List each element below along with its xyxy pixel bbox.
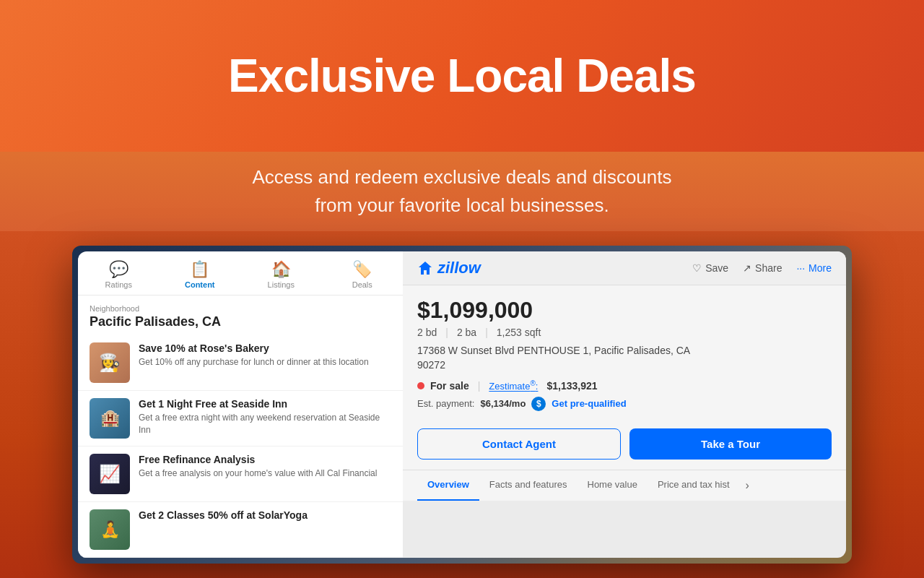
tab-listings-label: Listings <box>268 280 295 289</box>
tab-deals[interactable]: 🏷️ Deals <box>322 257 404 295</box>
nav-tab-home-value-label: Home value <box>588 479 637 490</box>
status-dot <box>417 382 424 389</box>
deal-info-2: Free Refinance Analysis Get a free analy… <box>139 454 391 480</box>
address-line2: 90272 <box>417 359 445 371</box>
spec-divider-1: | <box>445 327 448 338</box>
take-tour-button[interactable]: Take a Tour <box>629 428 832 460</box>
share-icon: ↗ <box>743 262 751 274</box>
zillow-logo-text: zillow <box>437 259 481 277</box>
left-app-panel: 💬 Ratings 📋 Content 🏠 Listings 🏷️ Deals <box>78 251 403 558</box>
property-price: $1,099,000 <box>417 297 832 324</box>
tab-content[interactable]: 📋 Content <box>160 257 241 295</box>
nav-tab-overview-label: Overview <box>427 479 469 490</box>
cta-buttons: Contact Agent Take a Tour <box>403 428 846 470</box>
zillow-logo-icon <box>417 260 433 276</box>
zestimate-value: $1,133,921 <box>546 380 597 392</box>
hero-title: Exclusive Local Deals <box>228 49 696 103</box>
deal-image-bakery: 👩‍🍳 <box>90 342 130 383</box>
zillow-header: zillow ♡ Save ↗ Share ··· Mor <box>403 251 846 285</box>
subtitle-text: Access and redeem exclusive deals and di… <box>253 163 672 220</box>
neighborhood-header: Neighborhood Pacific Palisades, CA <box>78 296 403 335</box>
nav-tab-overview[interactable]: Overview <box>417 470 479 501</box>
subtitle-line1: Access and redeem exclusive deals and di… <box>253 166 672 188</box>
subtitle-line2: from your favorite local businesses. <box>315 194 609 216</box>
device-screen: 💬 Ratings 📋 Content 🏠 Listings 🏷️ Deals <box>78 251 846 558</box>
hero-section: Exclusive Local Deals <box>0 0 924 152</box>
tab-bar: 💬 Ratings 📋 Content 🏠 Listings 🏷️ Deals <box>78 251 403 296</box>
tab-listings[interactable]: 🏠 Listings <box>240 257 322 295</box>
deal-desc-1: Get a free extra night with any weekend … <box>139 412 391 436</box>
save-label: Save <box>705 262 728 274</box>
device-mockup: 💬 Ratings 📋 Content 🏠 Listings 🏷️ Deals <box>72 246 852 564</box>
property-specs: 2 bd | 2 ba | 1,253 sqft <box>417 327 832 338</box>
sqft-count: 1,253 sqft <box>497 327 541 338</box>
more-dots-icon: ··· <box>796 262 805 274</box>
zillow-nav-tabs: Overview Facts and features Home value P… <box>403 470 846 501</box>
nav-tab-price-tax-label: Price and tax hist <box>658 479 730 490</box>
content-icon: 📋 <box>190 260 209 279</box>
ratings-icon: 💬 <box>109 260 128 279</box>
nav-tab-facts-label: Facts and features <box>489 479 567 490</box>
for-sale-label: For sale <box>430 380 469 392</box>
deal-info-0: Save 10% at Rose's Bakery Get 10% off an… <box>139 342 391 368</box>
contact-agent-button[interactable]: Contact Agent <box>417 428 621 460</box>
est-payment: Est. payment: $6,134/mo $ Get pre-qualif… <box>417 397 832 411</box>
deal-image-finance: 📈 <box>90 454 130 494</box>
address-line1: 17368 W Sunset Blvd PENTHOUSE 1, Pacific… <box>417 345 690 356</box>
zestimate-separator: | <box>478 380 481 392</box>
dollar-circle-icon: $ <box>531 397 546 411</box>
deal-desc-0: Get 10% off any purchase for lunch or di… <box>139 356 391 368</box>
deal-image-hotel: 🏨 <box>90 398 130 439</box>
share-label: Share <box>755 262 782 274</box>
pre-qualified-button[interactable]: Get pre-qualified <box>552 398 626 409</box>
property-details: $1,099,000 2 bd | 2 ba | 1,253 sqft 1736… <box>403 285 846 428</box>
heart-icon: ♡ <box>692 262 702 274</box>
deal-desc-2: Get a free analysis on your home's value… <box>139 467 391 480</box>
zillow-logo: zillow <box>417 259 481 277</box>
deal-item[interactable]: 🧘 Get 2 Classes 50% off at SolarYoga <box>78 502 403 558</box>
property-status: For sale | Zestimate®: $1,133,921 <box>417 379 832 392</box>
zestimate-link[interactable]: Zestimate®: <box>489 379 538 392</box>
more-button[interactable]: ··· More <box>796 262 832 274</box>
est-payment-label: Est. payment: <box>417 398 474 409</box>
deal-title-0: Save 10% at Rose's Bakery <box>139 342 391 354</box>
deal-title-3: Get 2 Classes 50% off at SolarYoga <box>139 509 391 521</box>
tab-ratings[interactable]: 💬 Ratings <box>78 257 160 295</box>
tab-content-label: Content <box>185 280 215 289</box>
neighborhood-name: Pacific Palisades, CA <box>90 314 391 329</box>
neighborhood-label: Neighborhood <box>90 304 391 313</box>
deal-item[interactable]: 🏨 Get 1 Night Free at Seaside Inn Get a … <box>78 391 403 447</box>
deal-title-2: Free Refinance Analysis <box>139 454 391 465</box>
nav-tab-facts[interactable]: Facts and features <box>479 470 578 501</box>
save-button[interactable]: ♡ Save <box>692 262 728 274</box>
tab-ratings-label: Ratings <box>105 280 132 289</box>
nav-tab-more-chevron[interactable]: › <box>740 470 755 501</box>
tab-deals-label: Deals <box>352 280 372 289</box>
share-button[interactable]: ↗ Share <box>743 262 782 274</box>
deal-info-3: Get 2 Classes 50% off at SolarYoga <box>139 509 391 523</box>
est-payment-value: $6,134/mo <box>480 398 526 409</box>
deal-title-1: Get 1 Night Free at Seaside Inn <box>139 398 391 410</box>
deal-item[interactable]: 📈 Free Refinance Analysis Get a free ana… <box>78 447 403 502</box>
deals-icon: 🏷️ <box>352 260 372 279</box>
deal-info-1: Get 1 Night Free at Seaside Inn Get a fr… <box>139 398 391 436</box>
property-address: 17368 W Sunset Blvd PENTHOUSE 1, Pacific… <box>417 344 832 372</box>
beds-count: 2 bd <box>417 327 437 338</box>
nav-tab-home-value[interactable]: Home value <box>578 470 648 501</box>
more-label: More <box>808 262 832 274</box>
zestimate-label: Zestimate <box>489 381 530 392</box>
bottom-area: 💬 Ratings 📋 Content 🏠 Listings 🏷️ Deals <box>0 231 924 578</box>
zillow-panel: zillow ♡ Save ↗ Share ··· Mor <box>403 251 846 558</box>
spec-divider-2: | <box>485 327 488 338</box>
baths-count: 2 ba <box>457 327 476 338</box>
subtitle-section: Access and redeem exclusive deals and di… <box>0 152 924 231</box>
deal-item[interactable]: 👩‍🍳 Save 10% at Rose's Bakery Get 10% of… <box>78 335 403 391</box>
zillow-actions: ♡ Save ↗ Share ··· More <box>692 262 832 274</box>
deals-list: 👩‍🍳 Save 10% at Rose's Bakery Get 10% of… <box>78 335 403 558</box>
deal-image-yoga: 🧘 <box>90 509 130 550</box>
listings-icon: 🏠 <box>271 260 291 279</box>
nav-tab-price-tax[interactable]: Price and tax hist <box>648 470 740 501</box>
